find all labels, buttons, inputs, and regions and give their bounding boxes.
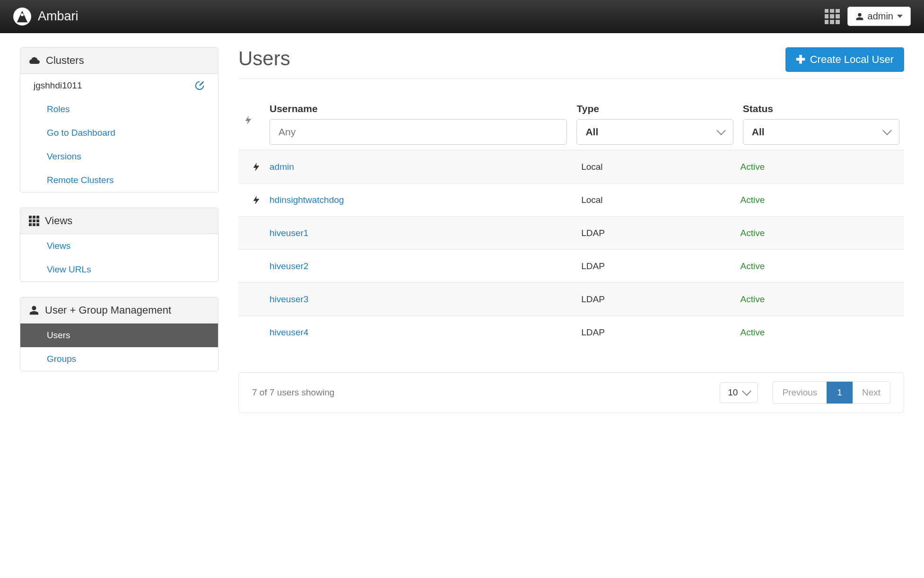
sidebar: Clusters jgshhdi1011 Roles Go to Dashboa… — [20, 47, 218, 413]
page-title: Users — [238, 47, 290, 70]
sidebar-item-remote-clusters-label: Remote Clusters — [47, 175, 114, 185]
type-filter-selected: All — [585, 126, 598, 138]
username-link[interactable]: hiveuser3 — [270, 294, 308, 304]
sidebar-item-dashboard-label: Go to Dashboard — [47, 128, 115, 138]
status-cell: Active — [741, 228, 765, 238]
sidebar-item-view-urls[interactable]: View URLs — [20, 258, 218, 281]
sidebar-panel-ugm: User + Group Management Users Groups — [20, 297, 218, 371]
user-menu-label: admin — [868, 11, 893, 22]
brand[interactable]: Ambari — [13, 8, 78, 26]
col-header-type: Type — [576, 103, 733, 114]
plus-icon: ✚ — [796, 53, 805, 66]
username-link[interactable]: hdinsightwatchdog — [270, 195, 344, 205]
svg-point-1 — [21, 13, 24, 16]
sidebar-header-clusters: Clusters — [20, 48, 218, 74]
table-row: hiveuser3LDAPActive — [238, 282, 904, 315]
admin-bolt-icon — [243, 115, 253, 125]
chevron-down-icon — [716, 126, 726, 135]
showing-count: 7 of 7 users showing — [252, 387, 334, 398]
nav-right: admin — [825, 7, 911, 26]
col-header-username: Username — [270, 103, 567, 114]
sidebar-item-roles[interactable]: Roles — [20, 97, 218, 121]
username-link[interactable]: admin — [270, 162, 294, 172]
sidebar-item-versions[interactable]: Versions — [20, 145, 218, 168]
sidebar-item-views[interactable]: Views — [20, 234, 218, 258]
users-table: Username Type All Status All — [238, 98, 904, 349]
sidebar-item-groups-label: Groups — [47, 354, 76, 364]
username-link[interactable]: hiveuser4 — [270, 327, 308, 337]
status-cell: Active — [741, 294, 765, 304]
edit-cluster-icon[interactable] — [194, 80, 205, 91]
chevron-down-icon — [882, 126, 892, 135]
page-size-value: 10 — [728, 387, 738, 398]
cloud-icon — [29, 56, 40, 65]
type-cell: LDAP — [581, 228, 740, 238]
status-cell: Active — [741, 195, 765, 205]
sidebar-item-groups[interactable]: Groups — [20, 347, 218, 371]
type-cell: LDAP — [581, 294, 740, 305]
col-header-status: Status — [743, 103, 899, 114]
brand-text: Ambari — [38, 9, 78, 24]
user-icon — [855, 12, 864, 21]
user-icon — [29, 305, 39, 315]
sidebar-header-ugm-label: User + Group Management — [45, 304, 171, 316]
main-content: Users ✚ Create Local User Username Type — [238, 47, 904, 413]
grid-icon — [29, 216, 39, 226]
status-filter-selected: All — [752, 126, 765, 138]
status-cell: Active — [741, 327, 765, 337]
top-navbar: Ambari admin — [0, 0, 924, 33]
table-header-row: Username Type All Status All — [238, 98, 904, 150]
pager-prev-button[interactable]: Previous — [773, 382, 827, 403]
pager-current-page[interactable]: 1 — [827, 382, 853, 403]
pager: Previous 1 Next — [772, 381, 890, 404]
page-size-dropdown[interactable]: 10 — [720, 382, 758, 403]
table-row: hiveuser1LDAPActive — [238, 216, 904, 249]
sidebar-header-views-label: Views — [45, 215, 72, 227]
create-local-user-label: Create Local User — [810, 53, 894, 66]
chevron-down-icon — [742, 386, 752, 396]
admin-bolt-icon — [251, 195, 262, 205]
create-local-user-button[interactable]: ✚ Create Local User — [785, 47, 904, 72]
sidebar-item-views-label: Views — [47, 241, 70, 251]
username-link[interactable]: hiveuser1 — [270, 228, 308, 238]
status-cell: Active — [741, 261, 765, 271]
admin-indicator — [243, 195, 270, 205]
sidebar-item-users[interactable]: Users — [20, 324, 218, 347]
sidebar-item-view-urls-label: View URLs — [47, 264, 91, 275]
status-cell: Active — [741, 162, 765, 172]
sidebar-item-dashboard[interactable]: Go to Dashboard — [20, 121, 218, 145]
sidebar-header-ugm: User + Group Management — [20, 298, 218, 324]
divider — [238, 79, 904, 79]
sidebar-header-views: Views — [20, 208, 218, 234]
apps-grid-icon[interactable] — [825, 9, 840, 24]
table-row: hdinsightwatchdogLocalActive — [238, 183, 904, 216]
type-filter-dropdown[interactable]: All — [576, 119, 733, 145]
username-link[interactable]: hiveuser2 — [270, 261, 308, 271]
sidebar-item-users-label: Users — [47, 330, 70, 341]
type-cell: LDAP — [581, 327, 740, 338]
sidebar-item-roles-label: Roles — [47, 104, 70, 114]
sidebar-panel-clusters: Clusters jgshhdi1011 Roles Go to Dashboa… — [20, 47, 218, 193]
caret-down-icon — [897, 15, 903, 18]
pager-next-button[interactable]: Next — [853, 382, 890, 403]
sidebar-header-clusters-label: Clusters — [46, 54, 84, 67]
cluster-name-item: jgshhdi1011 — [20, 74, 218, 97]
type-cell: LDAP — [581, 261, 740, 271]
sidebar-panel-views: Views Views View URLs — [20, 208, 218, 282]
status-filter-dropdown[interactable]: All — [743, 119, 899, 145]
admin-bolt-icon — [251, 162, 262, 172]
sidebar-item-versions-label: Versions — [47, 151, 81, 162]
cluster-name: jgshhdi1011 — [34, 80, 82, 91]
ambari-logo-icon — [13, 8, 31, 26]
table-footer: 7 of 7 users showing 10 Previous 1 Next — [238, 372, 904, 413]
admin-indicator — [243, 162, 270, 172]
type-cell: Local — [581, 162, 740, 172]
user-menu-button[interactable]: admin — [847, 7, 911, 26]
table-row: hiveuser2LDAPActive — [238, 249, 904, 282]
table-row: adminLocalActive — [238, 150, 904, 183]
sidebar-item-remote-clusters[interactable]: Remote Clusters — [20, 168, 218, 192]
username-filter-input[interactable] — [270, 119, 567, 145]
type-cell: Local — [581, 195, 740, 205]
table-row: hiveuser4LDAPActive — [238, 315, 904, 349]
